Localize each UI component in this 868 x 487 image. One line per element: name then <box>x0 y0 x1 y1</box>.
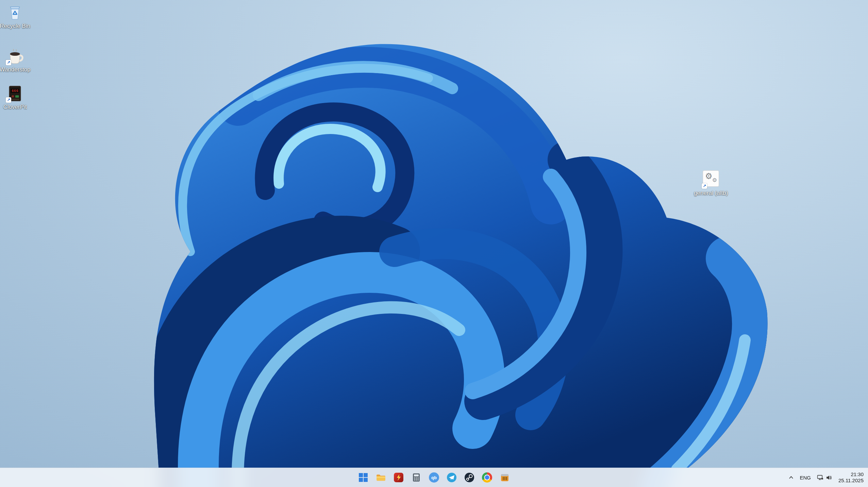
qbittorrent-button[interactable]: qb <box>426 470 442 485</box>
coffee-cup-icon: ↗ <box>6 47 24 65</box>
settings-shortcut-icon: ⚙ ⚙ ↗ <box>702 170 720 189</box>
qbittorrent-icon: qb <box>429 472 439 483</box>
tray-overflow-chevron-button[interactable] <box>786 470 796 485</box>
shortcut-arrow-icon: ↗ <box>6 60 11 65</box>
taskbar-app-group: qb <box>355 468 513 487</box>
volume-icon <box>826 474 832 481</box>
desktop-icon-label: Wanderstop <box>0 66 35 73</box>
system-tray: ENG 21:30 25.11.2025 <box>786 468 866 487</box>
network-icon <box>817 474 823 481</box>
recycle-bin-icon <box>6 3 24 22</box>
desktop-icon-wanderstop[interactable]: ↗ Wanderstop <box>0 47 35 73</box>
red-game-button[interactable] <box>391 470 406 485</box>
desktop-icon-label: Recycle Bin <box>0 23 35 30</box>
tray-date: 25.11.2025 <box>838 477 864 484</box>
gear-icon: ⚙ <box>712 177 717 183</box>
steam-button[interactable] <box>462 470 477 485</box>
gear-icon: ⚙ <box>705 171 713 181</box>
tray-time: 21:30 <box>851 471 864 477</box>
start-button[interactable] <box>355 470 371 485</box>
chevron-up-icon <box>788 475 794 480</box>
qbittorrent-label: qb <box>431 475 437 480</box>
taskbar: qb <box>0 468 868 487</box>
folder-icon <box>376 472 386 483</box>
telegram-icon <box>447 472 457 483</box>
language-indicator[interactable]: ENG <box>798 470 814 485</box>
desktop-icon-general-altb[interactable]: ⚙ ⚙ ↗ general (altb) <box>690 169 731 197</box>
clock[interactable]: 21:30 25.11.2025 <box>836 470 866 485</box>
desktop-icon-recycle-bin[interactable]: Recycle Bin <box>0 3 35 30</box>
desktop-icon-cloverpit[interactable]: 666 ↗ CloverPit <box>0 84 35 111</box>
language-label: ENG <box>800 475 811 481</box>
calculator-button[interactable] <box>408 470 424 485</box>
slot-machine-icon: 666 ↗ <box>6 84 24 103</box>
telegram-button[interactable] <box>444 470 460 485</box>
windows-logo-icon <box>358 473 368 482</box>
desktop-icon-label: CloverPit <box>0 104 35 111</box>
file-explorer-button[interactable] <box>373 470 389 485</box>
orange-game-icon <box>500 473 510 482</box>
shortcut-arrow-icon: ↗ <box>6 97 11 103</box>
chrome-icon <box>482 472 492 483</box>
network-volume-button[interactable] <box>815 470 835 485</box>
red-game-icon <box>394 472 404 483</box>
steam-icon <box>464 472 474 483</box>
cloverpit-display-text: 666 <box>12 89 19 93</box>
desktop-icon-label: general (altb) <box>690 190 731 197</box>
wallpaper-bloom <box>0 0 868 487</box>
calculator-icon <box>412 473 421 482</box>
desktop[interactable]: Recycle Bin ↗ Wanderstop 666 ↗ <box>0 0 868 487</box>
shortcut-arrow-icon: ↗ <box>702 183 707 189</box>
chrome-button[interactable] <box>479 470 495 485</box>
orange-game-button[interactable] <box>497 470 513 485</box>
